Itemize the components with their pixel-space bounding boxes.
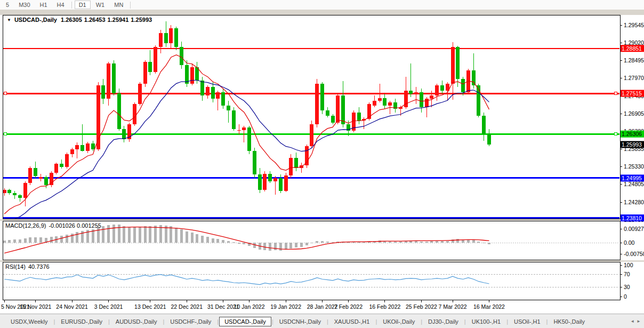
chart-canvas[interactable]: 1.295451.290201.284951.279701.274301.269…: [0, 10, 644, 314]
tab-dj30-daily[interactable]: DJ30-,Daily: [423, 317, 464, 326]
macd-bar: [456, 239, 459, 243]
candle-body: [320, 84, 324, 110]
candle-body: [268, 174, 272, 181]
candle-body: [148, 62, 152, 72]
macd-bar: [441, 241, 444, 243]
price-tick-label: 1.25330: [624, 163, 644, 170]
timeframe-button-H4[interactable]: H4: [53, 1, 69, 9]
macd-label: MACD(12,26,9)-0.001026 0.001255: [5, 222, 104, 229]
tab-usdcnh-daily[interactable]: USDCNH-,Daily: [274, 317, 326, 326]
tab-usdchf-daily[interactable]: USDCHF-,Daily: [165, 317, 216, 326]
macd-bar: [123, 226, 125, 243]
candle-body: [383, 98, 387, 106]
macd-bar: [477, 242, 480, 243]
candle-body: [253, 151, 256, 174]
macd-bar: [263, 243, 266, 250]
candle-body: [75, 145, 79, 149]
macd-bar: [170, 226, 172, 243]
price-tick-label: 1.24805: [624, 181, 644, 187]
macd-bar: [358, 242, 360, 243]
level-badge-label: 1.24995: [622, 175, 642, 181]
tab-separator: |: [272, 318, 273, 325]
ohlc-high: 1.26453: [84, 17, 106, 23]
tab-audusd-daily[interactable]: AUDUSD-,Daily: [110, 317, 163, 326]
timeframe-button-D1[interactable]: D1: [75, 1, 91, 9]
macd-bar: [191, 233, 194, 243]
timeframe-button-H1[interactable]: H1: [36, 1, 52, 9]
macd-bar: [66, 235, 68, 243]
macd-bar: [274, 243, 277, 250]
candle-body: [211, 87, 215, 99]
level-marker[interactable]: [614, 92, 617, 95]
tab-uk100-h1[interactable]: UK100-,H1: [466, 317, 506, 326]
macd-bar: [462, 240, 464, 243]
timeframe-button-M30[interactable]: M30: [14, 1, 34, 9]
macd-tick-label: -0.007504: [624, 251, 644, 257]
macd-bar: [180, 229, 183, 243]
candle-body: [409, 91, 413, 94]
tab-usdcad-daily[interactable]: USDCAD-,Daily: [219, 317, 271, 326]
symbol-tabs: USDX,Weekly|EURUSD-,Daily|AUDUSD-,Daily|…: [0, 317, 627, 326]
candle-body: [435, 85, 439, 95]
macd-bar: [206, 237, 209, 243]
tab-usdx-weekly[interactable]: USDX,Weekly: [5, 317, 53, 326]
candle-body: [117, 93, 121, 129]
macd-bar: [139, 227, 141, 243]
symbol-period-label: USDCAD-,Daily: [14, 17, 57, 23]
candle-body: [60, 164, 63, 167]
date-axis[interactable]: 5 Nov 202115 Nov 202124 Nov 20213 Dec 20…: [1, 300, 505, 310]
candle-body: [273, 178, 277, 181]
candle-body: [289, 158, 293, 175]
candle-body: [3, 190, 6, 193]
date-tick-label: 28 Jan 2022: [307, 303, 338, 310]
candle-body: [232, 110, 236, 129]
macd-bar: [399, 242, 402, 243]
timeframe-button-W1[interactable]: W1: [92, 1, 109, 9]
tab-hk50-daily[interactable]: HK50-,Daily: [548, 317, 590, 326]
candle-body: [247, 127, 251, 151]
panel-divider[interactable]: [0, 260, 644, 262]
tab-usoil-h1[interactable]: USOil-,H1: [509, 317, 546, 326]
macd-bar: [321, 241, 324, 243]
macd-name: MACD(12,26,9): [5, 222, 46, 229]
macd-bar: [19, 239, 21, 243]
timeframe-button-5[interactable]: 5: [2, 1, 13, 9]
macd-bar: [243, 243, 245, 244]
timeframe-button-MN[interactable]: MN: [110, 1, 127, 9]
rsi-bg[interactable]: [3, 262, 620, 300]
tab-scroll-left-icon[interactable]: ◄: [630, 319, 634, 324]
tab-eurusd-daily[interactable]: EURUSD-,Daily: [55, 317, 108, 326]
candle-body: [28, 168, 32, 183]
level-marker[interactable]: [614, 133, 617, 135]
ohlc-open: 1.26305: [61, 17, 82, 23]
toolbar-separator: [130, 2, 131, 9]
main-plot-bg[interactable]: [3, 15, 620, 219]
tab-separator: |: [217, 318, 219, 325]
tab-ukoil-daily[interactable]: UKOil-,Daily: [377, 317, 420, 326]
candle-body: [159, 33, 163, 46]
macd-bar: [222, 240, 224, 243]
macd-bar: [144, 226, 147, 243]
candle-body: [18, 195, 22, 198]
level-marker[interactable]: [4, 133, 6, 135]
tab-xauusd-h1[interactable]: XAUUSD-,H1: [329, 317, 375, 326]
candle-body: [138, 84, 142, 104]
date-tick-label: 19 Jan 2022: [270, 303, 301, 310]
candle-body: [294, 158, 298, 168]
macd-bar: [8, 240, 11, 243]
macd-bar: [295, 243, 297, 247]
candle-body: [221, 92, 225, 106]
tab-scroll-right-icon[interactable]: ►: [637, 319, 641, 324]
candle-body: [331, 116, 335, 123]
macd-bar: [389, 242, 391, 243]
tab-separator: |: [327, 318, 328, 325]
candle-body: [242, 127, 246, 130]
macd-bar: [436, 241, 438, 243]
candle-body: [279, 178, 283, 191]
level-marker[interactable]: [4, 92, 6, 95]
candle-body: [70, 149, 74, 154]
candle-body: [164, 33, 168, 43]
panel-divider[interactable]: [0, 219, 644, 221]
dropdown-arrow-icon[interactable]: ▼: [7, 18, 11, 22]
candle-body: [482, 116, 486, 134]
